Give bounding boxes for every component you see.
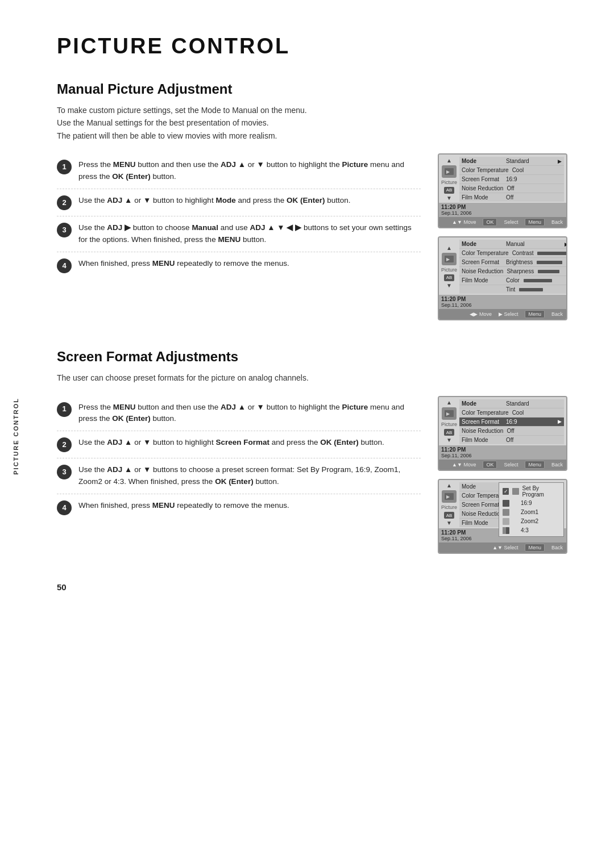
check-set-by-program: ✓ — [503, 488, 509, 495]
nav-menu-2: Menu — [525, 310, 545, 318]
color-bar — [524, 279, 552, 282]
menu-row-noisered-1: Noise Reduction Off — [459, 184, 564, 193]
format-step-4-circle: 4 — [57, 500, 72, 515]
manual-step-2: 2 Use the ADJ ▲ or ▼ button to highlight… — [57, 189, 421, 216]
page-number: 50 — [57, 582, 569, 592]
picture-label: Picture — [441, 180, 457, 185]
sidebar-label: Picture Control — [13, 398, 19, 475]
format-step-2: 2 Use the ADJ ▲ or ▼ button to highlight… — [57, 431, 421, 458]
nav-select-3: Select — [504, 462, 518, 468]
manual-steps-column: 1 Press the MENU button and then use the… — [57, 153, 421, 279]
tv-icon-col-2: ▲ ▶ Picture AB ▼ — [441, 240, 457, 294]
up-arrow-icon: ▲ — [446, 158, 452, 164]
format-step-2-text: Use the ADJ ▲ or ▼ button to highlight S… — [78, 437, 384, 449]
square-43 — [503, 527, 509, 534]
screen-format-title: Screen Format Adjustments — [57, 349, 569, 365]
nav-back-2: Back — [551, 311, 563, 317]
intro-line-2: Use the Manual settings for the best pre… — [57, 118, 269, 127]
square-set-by-program — [512, 488, 518, 495]
step-4-text: When finished, press MENU repeatedly to … — [78, 258, 289, 270]
format-screens-column: ▲ ▶ Picture AB ▼ Mode Standard — [438, 396, 569, 554]
menu-row-screenformat-1: Screen Format 16:9 — [459, 175, 564, 184]
nav-select-1: Select — [504, 219, 518, 225]
svg-text:▶: ▶ — [446, 411, 450, 416]
tv-menu-table-4: Mode Color Temperature ✓ Set By Program — [459, 482, 564, 527]
tv-screen-3-top: ▲ ▶ Picture AB ▼ Mode Standard — [439, 397, 566, 445]
dropdown-zoom2: Zoom2 — [499, 517, 563, 526]
format-step-4: 4 When finished, press MENU repeatedly t… — [57, 494, 421, 521]
arrow-right-icon-3: ▶ — [558, 419, 562, 424]
step-1-circle: 1 — [57, 160, 72, 174]
ab-badge: AB — [444, 187, 454, 194]
menu-row-screenformat-3: Screen Format 16:9 ▶ — [459, 418, 564, 427]
menu-row-colortemp-3: Color Temperature Cool — [459, 408, 564, 418]
dropdown-zoom1: Zoom1 — [499, 508, 563, 517]
tv-screen-2-top: ▲ ▶ Picture AB ▼ Mode Manual — [439, 237, 566, 295]
menu-row-color: Film Mode Color — [459, 276, 567, 285]
menu-row-tint: Tint — [459, 285, 567, 294]
tv-time-2: 11:20 PM — [441, 296, 564, 302]
step-2-text: Use the ADJ ▲ or ▼ button to highlight M… — [78, 195, 351, 207]
format-step-3: 3 Use the ADJ ▲ or ▼ buttons to choose a… — [57, 458, 421, 494]
tv-screen-2: ▲ ▶ Picture AB ▼ Mode Manual — [438, 236, 567, 320]
picture-label-2: Picture — [441, 267, 457, 273]
up-arrow-icon-2: ▲ — [446, 245, 452, 251]
nav-select-2: ▶ Select — [499, 311, 518, 317]
up-arrow-icon-3: ▲ — [446, 400, 452, 406]
nav-back-1: Back — [551, 219, 563, 225]
tv-date-1: Sep.11, 2006 — [441, 210, 564, 216]
tv-screen-3-bottom: 11:20 PM Sep.11, 2006 — [439, 445, 566, 460]
page-container: Picture Control Picture Control Manual P… — [0, 0, 614, 626]
tv-nav-4: ▲▼ Select Menu Back — [439, 542, 566, 553]
nav-menu-4: Menu — [525, 544, 545, 552]
dropdown-label-zoom2: Zoom2 — [521, 518, 538, 524]
tv-screen-1: ▲ ▶ Picture AB ▼ Mode Standard — [438, 153, 567, 228]
tv-menu-table-3: Mode Standard Color Temperature Cool Scr… — [459, 399, 564, 444]
nav-move-2: ◀▶ Move — [470, 311, 492, 317]
nav-back-3: Back — [551, 462, 563, 468]
format-step-1-text: Press the MENU button and then use the A… — [78, 402, 421, 425]
nav-move-1: ▲▼ Move — [452, 219, 476, 225]
menu-row-mode-3: Mode Standard — [459, 399, 564, 408]
tv-screen-4-top: ▲ ▶ Picture AB ▼ Mode — [439, 480, 566, 528]
dropdown-label-zoom1: Zoom1 — [521, 509, 538, 515]
manual-screens-column: ▲ ▶ Picture AB ▼ Mode Standard — [438, 153, 569, 320]
tint-bar — [519, 288, 543, 291]
brightness-bar — [537, 261, 562, 264]
picture-icon-4: ▶ — [442, 490, 457, 503]
dropdown-16-9: 16:9 — [499, 499, 563, 508]
ab-badge-2: AB — [444, 274, 454, 281]
tv-menu-table-1: Mode Standard ▶ Color Temperature Cool S… — [459, 157, 564, 202]
format-step-3-circle: 3 — [57, 465, 72, 479]
square-43-half — [503, 527, 506, 534]
tv-date-2: Sep.11, 2006 — [441, 302, 564, 308]
picture-icon: ▶ — [442, 165, 457, 178]
picture-label-4: Picture — [441, 504, 457, 510]
square-zoom2 — [503, 518, 509, 525]
manual-adjustment-intro: To make custom picture settings, set the… — [57, 104, 569, 142]
format-step-4-text: When finished, press MENU repeatedly to … — [78, 500, 289, 512]
tv-date-3: Sep.11, 2006 — [441, 453, 564, 458]
intro-line-1: To make custom picture settings, set the… — [57, 106, 307, 115]
menu-row-mode-2: Mode Manual ▶ — [459, 240, 567, 249]
step-4-circle: 4 — [57, 258, 72, 273]
step-3-text: Use the ADJ ▶ button to choose Manual an… — [78, 222, 421, 246]
dropdown-label-sbp: Set By Program — [522, 485, 560, 498]
nav-menu-1: Menu — [525, 218, 545, 226]
manual-step-3: 3 Use the ADJ ▶ button to choose Manual … — [57, 216, 421, 252]
tv-time-3: 11:20 PM — [441, 446, 564, 453]
tv-icon-col-4: ▲ ▶ Picture AB ▼ — [441, 482, 457, 527]
format-dropdown: ✓ Set By Program 16:9 — [499, 482, 564, 537]
down-arrow-icon-2: ▼ — [446, 283, 452, 289]
square-zoom1 — [503, 509, 509, 516]
format-step-2-circle: 2 — [57, 437, 72, 452]
dropdown-label-43: 4:3 — [521, 527, 529, 533]
tv-screen-1-bottom: 11:20 PM Sep.11, 2006 — [439, 203, 566, 217]
menu-row-contrast: Color Temperature Contrast — [459, 249, 567, 258]
svg-text:▶: ▶ — [446, 169, 450, 174]
down-arrow-icon-3: ▼ — [446, 437, 452, 443]
tv-nav-1: ▲▼ Move OK Select Menu Back — [439, 217, 566, 227]
arrow-right-icon-2: ▶ — [565, 241, 567, 247]
format-step-1-circle: 1 — [57, 402, 72, 417]
format-steps-column: 1 Press the MENU button and then use the… — [57, 396, 421, 521]
